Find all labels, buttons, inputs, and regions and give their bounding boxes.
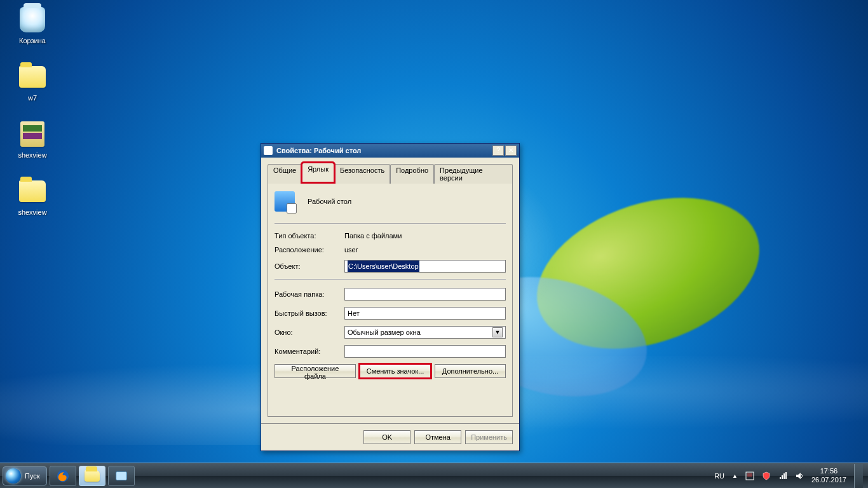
- tab-security[interactable]: Безопасность: [334, 164, 390, 184]
- network-icon[interactable]: [778, 471, 787, 480]
- svg-rect-1: [116, 471, 126, 480]
- start-button[interactable]: Пуск: [3, 466, 47, 485]
- language-indicator[interactable]: RU: [714, 472, 724, 480]
- workdir-input[interactable]: [344, 288, 506, 301]
- desktop-icon-shexview-folder[interactable]: shexview: [9, 177, 56, 216]
- dialog-footer: OK Отмена Применить: [261, 423, 519, 451]
- archive-icon: [20, 121, 44, 147]
- desktop-icon-label: shexview: [9, 208, 56, 216]
- desktop[interactable]: Корзина w7 shexview shexview Свойства: Р…: [0, 0, 868, 488]
- open-file-location-button[interactable]: Расположение файла: [275, 364, 356, 378]
- change-icon-button[interactable]: Сменить значок...: [360, 364, 431, 378]
- tab-panel: Рабочий стол Тип объекта: Папка с файлам…: [268, 182, 513, 417]
- desktop-icon-label: w7: [9, 94, 56, 102]
- taskbar-running-app[interactable]: [108, 466, 135, 486]
- tab-general[interactable]: Общие: [268, 164, 302, 184]
- value-type: Папка с файлами: [344, 232, 402, 240]
- value-location: user: [344, 246, 358, 254]
- taskbar-pinned-explorer[interactable]: [79, 466, 105, 486]
- hotkey-input[interactable]: [344, 307, 506, 320]
- separator: [275, 223, 506, 224]
- taskbar-pinned-firefox[interactable]: [50, 466, 76, 486]
- label-hotkey: Быстрый вызов:: [275, 309, 344, 317]
- tab-strip: Общие Ярлык Безопасность Подробно Предыд…: [268, 163, 513, 182]
- folder-icon: [19, 66, 46, 88]
- taskbar-clock[interactable]: 17:56 26.07.2017: [811, 467, 846, 484]
- tab-shortcut[interactable]: Ярлык: [302, 163, 334, 182]
- start-label: Пуск: [25, 472, 40, 480]
- windows-orb-icon: [6, 468, 21, 484]
- folder-icon: [19, 180, 46, 202]
- desktop-icon-label: shexview: [9, 151, 56, 159]
- advanced-button[interactable]: Дополнительно...: [435, 364, 506, 378]
- firefox-icon: [56, 469, 70, 483]
- show-desktop-button[interactable]: [854, 464, 863, 488]
- system-menu-icon[interactable]: [264, 146, 273, 155]
- desktop-icon-recycle-bin[interactable]: Корзина: [9, 5, 56, 44]
- security-icon[interactable]: [762, 471, 771, 480]
- target-input-selection: C:\Users\user\Desktop: [348, 261, 419, 272]
- cancel-button[interactable]: Отмена: [414, 430, 461, 444]
- close-button[interactable]: ✕: [505, 146, 517, 156]
- help-button[interactable]: ?: [492, 146, 504, 156]
- clock-time: 17:56: [811, 467, 846, 475]
- recycle-bin-icon: [20, 7, 45, 32]
- ok-button[interactable]: OK: [363, 430, 410, 444]
- label-location: Расположение:: [275, 246, 344, 254]
- run-combobox[interactable]: Обычный размер окна ▼: [344, 326, 506, 339]
- desktop-icon-shexview-archive[interactable]: shexview: [9, 119, 56, 159]
- target-input[interactable]: C:\Users\user\Desktop: [344, 260, 506, 273]
- window-icon: [115, 470, 128, 482]
- shortcut-name: Рабочий стол: [308, 198, 351, 205]
- apply-button[interactable]: Применить: [465, 430, 513, 444]
- desktop-icon-label: Корзина: [9, 37, 56, 44]
- shortcut-icon: [275, 191, 295, 212]
- run-combobox-value: Обычный размер окна: [348, 329, 421, 336]
- label-run: Окно:: [275, 329, 344, 336]
- clock-date: 26.07.2017: [811, 476, 846, 484]
- desktop-icon-folder-w7[interactable]: w7: [9, 62, 56, 102]
- label-target: Объект:: [275, 262, 344, 270]
- dialog-title: Свойства: Рабочий стол: [276, 147, 361, 154]
- explorer-icon: [85, 470, 100, 482]
- tray-chevron-icon[interactable]: ▲: [732, 473, 738, 479]
- taskbar[interactable]: Пуск RU ▲ 17:56 26.07.2017: [0, 463, 868, 488]
- label-type: Тип объекта:: [275, 232, 344, 240]
- tab-previous-versions[interactable]: Предыдущие версии: [434, 164, 513, 184]
- label-comment: Комментарий:: [275, 348, 344, 355]
- comment-input[interactable]: [344, 345, 506, 358]
- label-workdir: Рабочая папка:: [275, 290, 344, 298]
- volume-icon[interactable]: [795, 471, 804, 480]
- separator: [275, 279, 506, 280]
- chevron-down-icon[interactable]: ▼: [492, 327, 503, 337]
- system-tray: RU ▲ 17:56 26.07.2017: [714, 464, 865, 488]
- properties-dialog[interactable]: Свойства: Рабочий стол ? ✕ Общие Ярлык Б…: [261, 143, 520, 451]
- action-center-icon[interactable]: [745, 471, 754, 480]
- dialog-titlebar[interactable]: Свойства: Рабочий стол ? ✕: [261, 144, 519, 158]
- tab-details[interactable]: Подробно: [390, 164, 434, 184]
